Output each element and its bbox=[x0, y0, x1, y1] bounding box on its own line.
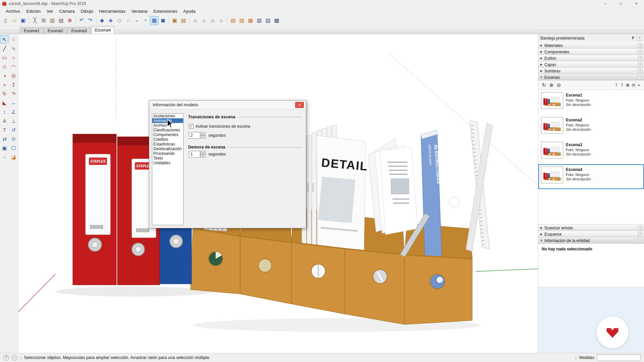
menu-item[interactable]: Cámara bbox=[56, 8, 78, 14]
section-close-icon[interactable]: × bbox=[638, 75, 643, 79]
info-icon[interactable]: i bbox=[12, 355, 17, 361]
arc-tool[interactable]: ◠ bbox=[9, 62, 18, 71]
component-browser-icon[interactable]: ▣ bbox=[170, 16, 179, 25]
tape-measure-tool[interactable]: ↔ bbox=[9, 99, 18, 107]
section-plane-icon[interactable]: ▧ bbox=[229, 16, 237, 25]
move-tool[interactable]: + bbox=[0, 80, 9, 89]
text-tool[interactable]: A bbox=[0, 117, 9, 125]
dialog-titlebar[interactable]: Información del modelo × bbox=[149, 101, 306, 109]
scale-tool[interactable]: ◣ bbox=[0, 99, 9, 107]
freehand-tool[interactable]: ∿ bbox=[9, 44, 18, 53]
new-document-icon[interactable]: ▯ bbox=[1, 16, 10, 25]
stepper-down-icon[interactable]: ▾ bbox=[201, 154, 206, 158]
category-item[interactable]: Créditos bbox=[152, 137, 183, 142]
textured-display-icon[interactable]: ▦ bbox=[150, 16, 159, 25]
details-icon[interactable]: ▤ bbox=[631, 81, 636, 89]
tray-section[interactable]: ▶ Suavizar aristas × bbox=[538, 225, 644, 231]
zoom-tool[interactable]: ⊙ bbox=[9, 135, 18, 143]
pin-icon[interactable] bbox=[631, 36, 635, 40]
tray-close-icon[interactable]: × bbox=[637, 36, 642, 41]
stepper-down-icon[interactable]: ▾ bbox=[201, 135, 206, 139]
rectangle-tool[interactable]: ▭ bbox=[0, 53, 9, 62]
move-scene-up-icon[interactable]: ↥ bbox=[613, 81, 619, 89]
tray-section[interactable]: ▶ Capas × bbox=[538, 61, 644, 68]
category-item[interactable]: Geolocalización bbox=[152, 146, 183, 151]
stepper-up-icon[interactable]: ▴ bbox=[201, 151, 206, 154]
section-close-icon[interactable]: × bbox=[638, 50, 643, 54]
rotate-tool[interactable]: ↻ bbox=[0, 89, 9, 98]
transition-seconds-stepper[interactable]: ▴ ▾ bbox=[201, 132, 206, 139]
section-close-icon[interactable]: × bbox=[638, 43, 643, 48]
add-scene-icon[interactable]: ⊕ bbox=[548, 81, 555, 89]
scene-tab[interactable]: Escena4 bbox=[91, 26, 114, 34]
pan-tool[interactable]: ⇄ bbox=[0, 135, 9, 143]
tray-section[interactable]: ▶ Componentes × bbox=[538, 49, 644, 55]
paint-bucket-icon[interactable]: ◈ bbox=[106, 16, 115, 25]
polygon-tool[interactable]: ◇ bbox=[0, 62, 9, 71]
section-close-icon[interactable]: × bbox=[638, 232, 643, 236]
view-front-icon[interactable]: ⌂ bbox=[208, 16, 217, 25]
enable-transitions-checkbox[interactable]: ✓ bbox=[189, 124, 194, 129]
category-item[interactable]: Componentes bbox=[152, 132, 183, 137]
dimension-tool[interactable]: ↕ bbox=[0, 108, 9, 116]
menu-item[interactable]: Herramientas bbox=[96, 8, 128, 14]
section-close-icon[interactable]: × bbox=[638, 69, 643, 73]
section-close-icon[interactable]: × bbox=[638, 56, 643, 60]
remove-scene-icon[interactable]: ⊖ bbox=[555, 81, 562, 89]
protractor-tool[interactable]: ∠ bbox=[9, 108, 18, 116]
category-item[interactable]: Texto bbox=[152, 156, 183, 161]
monochrome-display-icon[interactable]: ◼ bbox=[159, 16, 167, 25]
open-folder-icon[interactable]: ▱ bbox=[10, 16, 19, 25]
scene-tab[interactable]: Escena1 bbox=[20, 27, 43, 34]
tray-section[interactable]: ▶ Sombras × bbox=[538, 68, 644, 74]
view-right-icon[interactable]: ⌂ bbox=[217, 16, 226, 25]
minimize-button[interactable]: – bbox=[598, 0, 613, 7]
solid-intersect-icon[interactable]: ○ bbox=[124, 16, 132, 25]
tray-section[interactable]: ▶ Materiales × bbox=[538, 42, 644, 49]
stepper-up-icon[interactable]: ▴ bbox=[201, 132, 206, 135]
help-icon[interactable]: ? bbox=[3, 355, 9, 361]
axes-tool[interactable]: ⊥ bbox=[9, 117, 18, 125]
section-cut-icon[interactable]: ▩ bbox=[246, 16, 255, 25]
scene-item[interactable]: Escena4 Foto: Ninguno Sin descripción bbox=[538, 164, 644, 189]
line-tool[interactable]: ╱ bbox=[0, 44, 9, 53]
orbit-tool[interactable]: ↺ bbox=[9, 126, 18, 134]
scene-tab[interactable]: Escena2 bbox=[44, 27, 67, 34]
menu-item[interactable]: Edición bbox=[23, 8, 44, 14]
menu-item[interactable]: Archivo bbox=[3, 8, 23, 14]
category-item[interactable]: Procesando bbox=[152, 151, 183, 156]
tray-section-escenas[interactable]: ▼ Escenas × bbox=[538, 74, 644, 80]
follow-me-tool[interactable]: ↷ bbox=[9, 89, 18, 98]
tray-section-entity-info[interactable]: ▼ Información de la entidad × bbox=[538, 237, 644, 244]
scene-item[interactable]: Escena2 Foto: Ninguno Sin descripción bbox=[538, 115, 644, 139]
undo-icon[interactable]: ↶ bbox=[77, 16, 86, 25]
menu-item[interactable]: Extensiones bbox=[150, 8, 180, 14]
make-component-icon[interactable]: ◆ bbox=[98, 16, 106, 25]
circle-tool[interactable]: ○ bbox=[9, 53, 18, 62]
erase-icon[interactable]: ⊗ bbox=[65, 16, 74, 25]
copy-icon[interactable]: ⊞ bbox=[39, 16, 48, 25]
section-plane-tool[interactable]: ◪ bbox=[9, 153, 18, 161]
menu-item[interactable]: Ver bbox=[44, 8, 56, 14]
solid-outer-shell-icon[interactable]: ◇ bbox=[115, 16, 124, 25]
scene-tab[interactable]: Escena3 bbox=[67, 27, 91, 34]
pie-tool[interactable]: ◑ bbox=[0, 71, 9, 80]
3d-warehouse-icon[interactable]: ▤ bbox=[179, 16, 188, 25]
push-pull-tool[interactable]: ↥ bbox=[9, 80, 18, 89]
select-tool[interactable]: ↖ bbox=[0, 35, 9, 44]
dialog-close-button[interactable]: × bbox=[295, 102, 304, 108]
redo-icon[interactable]: ↷ bbox=[86, 16, 95, 25]
delay-seconds-input[interactable]: 1 bbox=[189, 151, 200, 158]
solid-union-icon[interactable]: ◒ bbox=[132, 16, 141, 25]
save-icon[interactable]: ▣ bbox=[19, 16, 28, 25]
paste-icon[interactable]: ▥ bbox=[48, 16, 57, 25]
tray-section[interactable]: ▶ Esquema × bbox=[538, 231, 644, 237]
scene-update-icon[interactable]: ▩ bbox=[272, 16, 281, 25]
view-iso-icon[interactable]: ⌂ bbox=[191, 16, 200, 25]
model-info-category-list[interactable]: Acotaciones Animación Archivo Clasificac… bbox=[152, 113, 183, 225]
transition-seconds-input[interactable]: 2 bbox=[189, 132, 200, 139]
section-close-icon[interactable]: × bbox=[638, 62, 643, 67]
eraser-tool[interactable]: ◊ bbox=[9, 35, 18, 44]
offset-tool[interactable]: ◎ bbox=[9, 71, 18, 80]
3d-text-tool[interactable]: T bbox=[0, 126, 9, 134]
